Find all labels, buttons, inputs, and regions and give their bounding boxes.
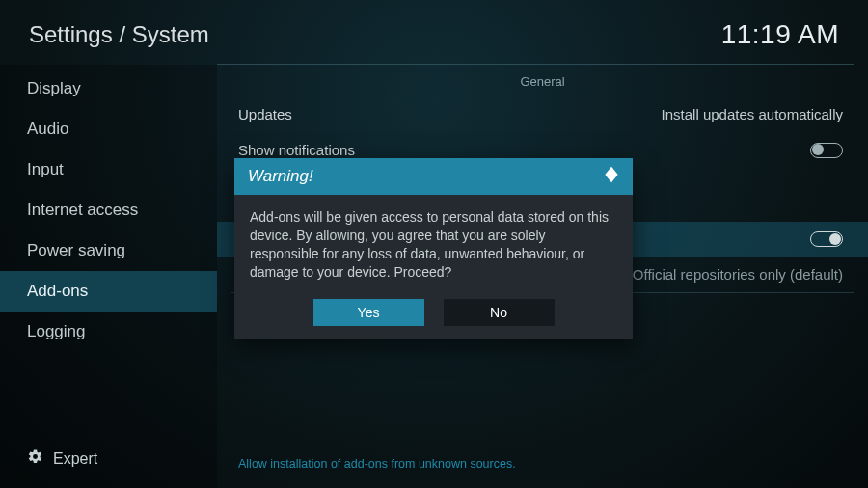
dialog-title: Warning! — [248, 167, 313, 186]
setting-updates[interactable]: Updates Install updates automatically — [217, 96, 868, 132]
setting-label: Show notifications — [238, 142, 355, 158]
sidebar-item-logging[interactable]: Logging — [0, 312, 217, 352]
section-header: General — [217, 65, 868, 96]
dialog-titlebar: Warning! — [234, 158, 633, 195]
dialog-body: Add-ons will be given access to personal… — [234, 195, 633, 291]
no-button[interactable]: No — [444, 299, 555, 326]
gear-icon — [27, 448, 43, 469]
settings-level-label: Expert — [53, 450, 97, 468]
kodi-logo-icon — [602, 165, 621, 188]
toggle-on-icon[interactable] — [810, 231, 843, 247]
setting-value: Official repositories only (default) — [633, 266, 843, 283]
warning-dialog: Warning! Add-ons will be given access to… — [234, 158, 633, 339]
dialog-buttons: Yes No — [234, 291, 633, 339]
sidebar-item-display[interactable]: Display — [0, 68, 217, 109]
sidebar-item-input[interactable]: Input — [0, 149, 217, 190]
sidebar-item-addons[interactable]: Add-ons — [0, 271, 217, 312]
breadcrumb: Settings / System — [29, 21, 209, 48]
header: Settings / System 11:19 AM — [0, 0, 868, 64]
sidebar-item-audio[interactable]: Audio — [0, 109, 217, 149]
setting-label: Updates — [238, 106, 292, 122]
footer-hint: Allow installation of add-ons from unkno… — [238, 457, 516, 471]
toggle-off-icon[interactable] — [810, 143, 843, 158]
clock: 11:19 AM — [721, 19, 839, 50]
sidebar-item-power-saving[interactable]: Power saving — [0, 230, 217, 271]
setting-value: Install updates automatically — [662, 106, 843, 122]
sidebar: Display Audio Input Internet access Powe… — [0, 65, 217, 488]
settings-level-toggle[interactable]: Expert — [0, 435, 217, 488]
sidebar-item-internet-access[interactable]: Internet access — [0, 190, 217, 230]
yes-button[interactable]: Yes — [313, 299, 424, 326]
